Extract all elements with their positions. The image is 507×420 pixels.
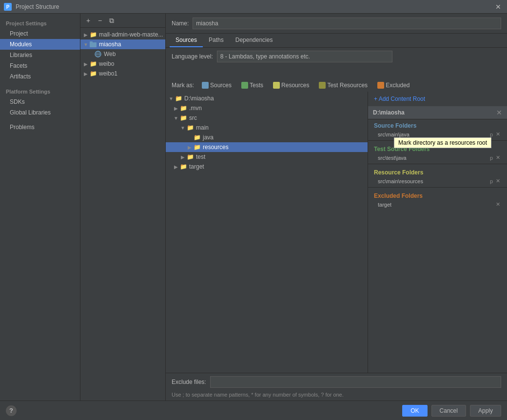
arrow-main: ▼ [179, 124, 186, 131]
copy-module-button[interactable]: ⧉ [107, 16, 117, 25]
mark-tests-button[interactable]: Tests [237, 81, 267, 90]
mark-sources-button[interactable]: Sources [198, 81, 235, 90]
module-label-web: Web [104, 51, 116, 57]
project-settings-label: Project Settings [0, 18, 80, 28]
resource-folder-remove[interactable]: ✕ [495, 178, 501, 184]
module-toolbar: + − ⧉ [80, 14, 165, 28]
test-source-folder-remove[interactable]: ✕ [495, 154, 501, 161]
sources-btn-label: Sources [210, 82, 232, 89]
source-folder-remove[interactable]: ✕ [495, 131, 501, 137]
tree-arrow-mall-admin: ▶ [82, 31, 89, 38]
module-tree-item-miaosha[interactable]: ▼ miaosha [80, 39, 165, 49]
target-folder-icon: 📁 [179, 163, 187, 171]
svg-rect-2 [90, 42, 97, 47]
excluded-folder-entry: target ✕ [368, 200, 507, 209]
ok-button[interactable]: OK [402, 405, 427, 417]
tree-item-target[interactable]: ▶ 📁 target [166, 162, 368, 172]
help-button[interactable]: ? [6, 405, 17, 416]
tree-item-main[interactable]: ▼ 📁 main [166, 123, 368, 133]
module-label-mall-admin: mall-admin-web-maste... [99, 31, 163, 38]
arrow-src: ▼ [173, 115, 179, 121]
bottom-bar: ? OK Cancel Apply [0, 401, 507, 420]
app-icon: P [4, 3, 12, 11]
tab-paths[interactable]: Paths [203, 34, 230, 47]
src-folder-icon: 📁 [179, 114, 187, 122]
mark-resources-button[interactable]: Resources [269, 81, 313, 90]
apply-button[interactable]: Apply [470, 405, 501, 417]
tree-item-resources[interactable]: ▶ 📁 resources [166, 142, 368, 152]
tree-arrow-miaosha: ▼ [82, 41, 89, 48]
content-split: ▼ 📁 D:\miaosha ▶ 📁 .mvn ▼ 📁 src [166, 92, 507, 373]
test-folder-icon: 📁 [186, 153, 194, 161]
sidebar-item-problems[interactable]: Problems [0, 122, 80, 133]
cancel-button[interactable]: Cancel [431, 405, 466, 417]
folder-icon: 📁 [89, 31, 97, 38]
sidebar-item-global-libraries[interactable]: Global Libraries [0, 107, 80, 118]
tree-item-test[interactable]: ▶ 📁 test [166, 152, 368, 162]
tab-sources[interactable]: Sources [170, 34, 203, 47]
folder-icon-weibo: 📁 [89, 60, 97, 68]
test-source-folder-path: src\test\java [378, 155, 489, 161]
exclude-files-input[interactable] [210, 376, 501, 388]
test-resources-color-box [319, 82, 326, 89]
excluded-btn-label: Excluded [386, 82, 410, 89]
sidebar-item-modules[interactable]: Modules [0, 39, 80, 50]
name-label: Name: [172, 20, 189, 27]
add-module-button[interactable]: + [83, 16, 93, 25]
mark-excluded-button[interactable]: Excluded [373, 81, 413, 90]
module-tree-item-mall-admin[interactable]: ▶ 📁 mall-admin-web-maste... [80, 30, 165, 39]
module-label-miaosha: miaosha [99, 41, 121, 48]
tests-color-box [241, 82, 248, 89]
arrow-java [186, 134, 193, 141]
tree-item-mvn[interactable]: ▶ 📁 .mvn [166, 103, 368, 113]
resource-folder-actions: p ✕ [489, 178, 501, 184]
source-folders-header: Source Folders [368, 119, 507, 130]
arrow-mvn: ▶ [173, 105, 179, 112]
tooltip: Mark directory as a resources root [394, 137, 491, 148]
source-folder-props[interactable]: p [489, 131, 494, 137]
tab-dependencies[interactable]: Dependencies [230, 34, 279, 47]
mark-test-resources-button[interactable]: Test Resources [315, 81, 371, 90]
sidebar-item-artifacts[interactable]: Artifacts [0, 71, 80, 82]
close-button[interactable]: ✕ [493, 2, 503, 12]
resource-folder-props[interactable]: p [489, 178, 494, 184]
mark-as-label: Mark as: [172, 82, 194, 89]
exclude-files-label: Exclude files: [172, 379, 206, 385]
tree-arrow-weibo1: ▶ [82, 70, 89, 77]
content-root-close[interactable]: ✕ [496, 109, 502, 116]
label-mvn: .mvn [189, 105, 202, 112]
test-source-folder-actions: p ✕ [489, 154, 501, 161]
label-dmiaosha: D:\miaosha [184, 95, 214, 102]
right-panel: + Add Content Root D:\miaosha ✕ Source F… [368, 92, 507, 373]
tree-item-src[interactable]: ▼ 📁 src [166, 113, 368, 123]
content-root-label: D:\miaosha [373, 109, 496, 116]
folder-icon-weibo1: 📁 [89, 70, 97, 77]
module-tree-item-web[interactable]: Web [80, 49, 165, 59]
name-input[interactable] [193, 18, 501, 29]
test-source-folder-props[interactable]: p [489, 154, 494, 161]
sidebar-item-sdks[interactable]: SDKs [0, 96, 80, 107]
excluded-folder-remove[interactable]: ✕ [495, 201, 501, 208]
content-root-header: D:\miaosha ✕ [368, 106, 507, 119]
resource-folder-path: src\main\resources [378, 178, 489, 184]
exclude-hint: Use ; to separate name patterns, * for a… [166, 391, 507, 401]
tree-arrow-web [87, 51, 94, 57]
module-tree-item-weibo[interactable]: ▶ 📁 weibo [80, 59, 165, 69]
tree-item-java[interactable]: 📁 java [166, 133, 368, 142]
label-main: main [196, 124, 209, 131]
resources-btn-label: Resources [281, 82, 309, 89]
sidebar-item-project[interactable]: Project [0, 28, 80, 39]
lang-row: Language level: 8 - Lambdas, type annota… [166, 48, 507, 65]
sidebar-item-facets[interactable]: Facets [0, 60, 80, 71]
excluded-folder-path: target [378, 202, 495, 208]
divider-3 [368, 187, 507, 188]
module-tree-item-weibo1[interactable]: ▶ 📁 weibo1 [80, 69, 165, 78]
add-content-root-button[interactable]: + Add Content Root [368, 92, 507, 106]
svg-text:P: P [6, 4, 10, 10]
mark-as-row: Mark as: Sources Tests Resources Test Re… [166, 79, 507, 92]
lang-level-select[interactable]: 8 - Lambdas, type annotations etc. 7 - D… [217, 51, 392, 62]
remove-module-button[interactable]: − [95, 16, 105, 25]
sidebar-item-libraries[interactable]: Libraries [0, 50, 80, 60]
tree-item-dmiaosha[interactable]: ▼ 📁 D:\miaosha [166, 94, 368, 103]
exclude-row: Exclude files: [166, 373, 507, 391]
